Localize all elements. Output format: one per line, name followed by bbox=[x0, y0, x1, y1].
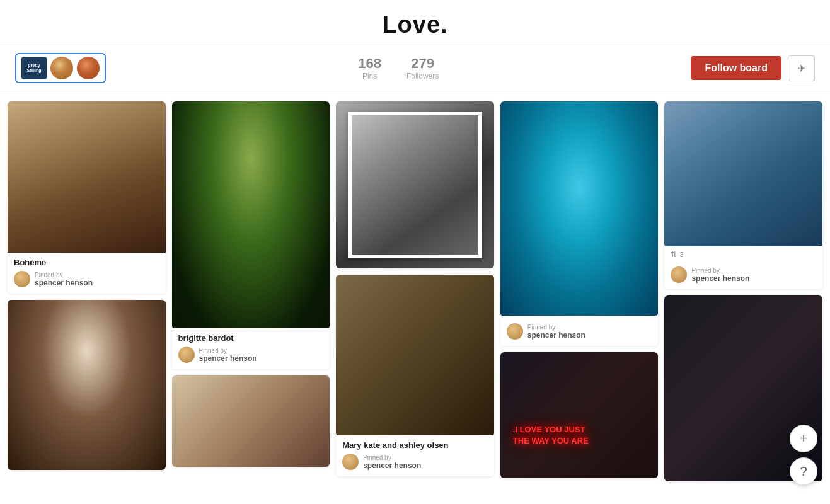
followers-label: Followers bbox=[406, 72, 439, 81]
pin-user-row: Pinned by spencer henson bbox=[178, 346, 324, 363]
pin-card[interactable] bbox=[336, 101, 494, 268]
avatar-user-2 bbox=[77, 57, 100, 79]
pin-username: spencer henson bbox=[691, 274, 749, 283]
pins-count: 168 bbox=[358, 55, 381, 72]
pin-info: Pinned by spencer henson bbox=[664, 259, 822, 289]
pin-info: Bohéme Pinned by spencer henson bbox=[8, 253, 166, 294]
pin-image bbox=[336, 101, 494, 268]
pin-image bbox=[172, 101, 330, 328]
plus-icon: + bbox=[800, 432, 807, 446]
pin-image bbox=[172, 375, 330, 467]
pin-user-info: Pinned by spencer henson bbox=[199, 347, 257, 363]
help-icon: ? bbox=[800, 464, 807, 479]
pin-pinned-by-label: Pinned by bbox=[199, 347, 257, 354]
pin-user-avatar bbox=[14, 271, 30, 287]
pin-user-avatar bbox=[342, 454, 359, 470]
pin-title: Mary kate and ashley olsen bbox=[342, 440, 488, 450]
send-button[interactable]: ✈ bbox=[788, 55, 815, 81]
avatar-user-1 bbox=[50, 57, 73, 79]
page-header: Love. bbox=[0, 0, 830, 45]
followers-stat: 279 Followers bbox=[406, 55, 439, 81]
pin-username: spencer henson bbox=[199, 354, 257, 363]
pin-title: Bohéme bbox=[14, 258, 159, 267]
pin-user-avatar bbox=[507, 323, 523, 340]
pin-image bbox=[8, 101, 166, 253]
follow-board-button[interactable]: Follow board bbox=[691, 56, 781, 80]
pin-image: .I LOVE YOU JUSTTHE WAY YOU ARE bbox=[500, 352, 659, 478]
pin-card[interactable] bbox=[172, 375, 330, 467]
repin-number: 3 bbox=[679, 251, 683, 258]
board-actions: Follow board ✈ bbox=[691, 55, 815, 81]
pin-image bbox=[8, 300, 166, 470]
pin-card[interactable]: ⇅ 3 Pinned by spencer henson bbox=[664, 101, 822, 289]
pin-card[interactable]: Mary kate and ashley olsen Pinned by spe… bbox=[336, 275, 494, 476]
pin-card[interactable]: brigitte bardot Pinned by spencer henson bbox=[172, 101, 330, 369]
pin-username: spencer henson bbox=[35, 278, 93, 287]
pin-image bbox=[664, 101, 822, 246]
help-fab-button[interactable]: ? bbox=[790, 457, 817, 485]
pin-user-info: Pinned by spencer henson bbox=[691, 267, 749, 283]
followers-count: 279 bbox=[406, 55, 439, 72]
pin-username: spencer henson bbox=[527, 331, 585, 340]
pin-user-row: Pinned by spencer henson bbox=[14, 271, 159, 287]
pin-username: spencer henson bbox=[363, 461, 421, 470]
send-icon: ✈ bbox=[797, 63, 805, 74]
board-avatars[interactable]: prettySailing bbox=[15, 53, 106, 83]
pin-info: Mary kate and ashley olsen Pinned by spe… bbox=[336, 435, 494, 476]
pins-stat: 168 Pins bbox=[358, 55, 381, 81]
pin-info: brigitte bardot Pinned by spencer henson bbox=[172, 328, 330, 369]
pins-label: Pins bbox=[358, 72, 381, 81]
pin-image bbox=[500, 101, 659, 316]
board-logo-avatar: prettySailing bbox=[21, 57, 47, 79]
pin-card[interactable]: Pinned by spencer henson bbox=[500, 101, 659, 346]
pin-title: brigitte bardot bbox=[178, 333, 324, 343]
pin-pinned-by-label: Pinned by bbox=[527, 324, 585, 331]
pin-image bbox=[336, 275, 494, 435]
pin-user-row: Pinned by spencer henson bbox=[671, 266, 816, 283]
pin-user-info: Pinned by spencer henson bbox=[527, 324, 585, 340]
board-stats: 168 Pins 279 Followers bbox=[358, 55, 439, 81]
pin-user-avatar bbox=[178, 346, 195, 363]
pin-info: Pinned by spencer henson bbox=[500, 316, 659, 346]
board-meta-bar: prettySailing 168 Pins 279 Followers Fol… bbox=[0, 45, 830, 91]
pin-pinned-by-label: Pinned by bbox=[363, 454, 421, 461]
pin-card[interactable] bbox=[8, 300, 166, 470]
pin-user-avatar bbox=[671, 266, 687, 283]
pin-card[interactable]: Bohéme Pinned by spencer henson bbox=[8, 101, 166, 294]
pin-card[interactable]: .I LOVE YOU JUSTTHE WAY YOU ARE bbox=[500, 352, 659, 478]
pin-pinned-by-label: Pinned by bbox=[691, 267, 749, 274]
pin-user-info: Pinned by spencer henson bbox=[363, 454, 421, 470]
fab-container: + ? bbox=[790, 425, 817, 485]
pins-grid: Bohéme Pinned by spencer henson brigitte… bbox=[0, 91, 830, 491]
repin-count-row: ⇅ 3 bbox=[664, 246, 822, 259]
pin-pinned-by-label: Pinned by bbox=[35, 272, 93, 278]
pin-user-info: Pinned by spencer henson bbox=[35, 272, 93, 287]
pin-user-row: Pinned by spencer henson bbox=[507, 323, 652, 340]
pin-user-row: Pinned by spencer henson bbox=[342, 454, 488, 470]
add-fab-button[interactable]: + bbox=[790, 425, 817, 452]
page-title: Love. bbox=[0, 11, 830, 38]
repin-icon: ⇅ bbox=[671, 250, 677, 259]
